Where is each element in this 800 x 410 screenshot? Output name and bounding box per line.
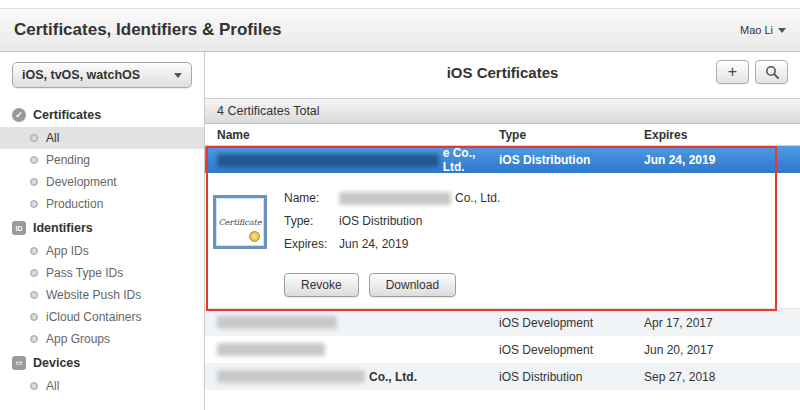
platform-selector[interactable]: iOS, tvOS, watchOS bbox=[12, 62, 192, 88]
plus-icon: + bbox=[728, 64, 737, 80]
cert-expires: Jun 24, 2019 bbox=[644, 153, 800, 167]
cert-type: iOS Distribution bbox=[499, 153, 644, 167]
bullet-icon bbox=[30, 200, 38, 208]
sidebar-item-app-ids[interactable]: App IDs bbox=[0, 240, 204, 262]
redacted-name bbox=[339, 192, 451, 205]
search-icon bbox=[765, 65, 779, 79]
main-header: iOS Certificates + bbox=[205, 52, 800, 92]
sidebar-item-app-groups[interactable]: App Groups bbox=[0, 328, 204, 350]
certificate-detail-panel: Certificate Name: Co., Ltd. Type: iOS Di… bbox=[205, 173, 800, 309]
sidebar-item-all-devices[interactable]: All bbox=[0, 375, 204, 397]
expires-label: Expires: bbox=[284, 237, 339, 251]
section-devices: ▭ Devices bbox=[0, 350, 204, 375]
add-certificate-button[interactable]: + bbox=[716, 60, 749, 84]
certificate-icon: ✓ bbox=[12, 108, 26, 122]
section-label: Identifiers bbox=[33, 221, 93, 235]
bullet-icon bbox=[30, 178, 38, 186]
section-identifiers: ID Identifiers bbox=[0, 215, 204, 240]
summary-bar: 4 Certificates Total bbox=[205, 98, 800, 124]
seal-icon bbox=[249, 231, 260, 242]
sidebar-item-label: All bbox=[46, 131, 59, 145]
bullet-icon bbox=[30, 335, 38, 343]
column-expires: Expires bbox=[644, 128, 800, 142]
page-header: Certificates, Identifiers & Profiles Mao… bbox=[0, 8, 800, 52]
redacted-name bbox=[217, 316, 337, 329]
certificate-thumbnail-icon: Certificate bbox=[213, 195, 267, 249]
user-name: Mao Li bbox=[740, 24, 773, 36]
column-name: Name bbox=[205, 128, 499, 142]
main-content: iOS Certificates + 4 Certificates Total bbox=[205, 52, 800, 410]
cropped-top-nav bbox=[0, 0, 800, 8]
bullet-icon bbox=[30, 313, 38, 321]
section-label: Certificates bbox=[33, 108, 101, 122]
cert-name: e Co., Ltd. bbox=[443, 146, 499, 174]
bullet-icon bbox=[30, 269, 38, 277]
sidebar-item-development[interactable]: Development bbox=[0, 171, 204, 193]
sidebar-item-all-certificates[interactable]: All bbox=[0, 127, 204, 149]
bullet-icon bbox=[30, 134, 38, 142]
cert-expires: Jun 20, 2017 bbox=[644, 343, 800, 357]
sidebar-item-icloud-containers[interactable]: iCloud Containers bbox=[0, 306, 204, 328]
column-type: Type bbox=[499, 128, 644, 142]
section-certificates: ✓ Certificates bbox=[0, 102, 204, 127]
devices-icon: ▭ bbox=[12, 356, 26, 370]
sidebar-item-label: App IDs bbox=[46, 244, 89, 258]
page-title: Certificates, Identifiers & Profiles bbox=[14, 20, 281, 40]
table-row[interactable]: iOS Development Apr 17, 2017 bbox=[205, 309, 800, 336]
sidebar-item-pending[interactable]: Pending bbox=[0, 149, 204, 171]
sidebar-item-label: Website Push IDs bbox=[46, 288, 141, 302]
sidebar-item-label: App Groups bbox=[46, 332, 110, 346]
sidebar-item-label: iCloud Containers bbox=[46, 310, 141, 324]
bullet-icon bbox=[30, 382, 38, 390]
section-label: Devices bbox=[33, 356, 80, 370]
bullet-icon bbox=[30, 291, 38, 299]
table-row[interactable]: Co., Ltd. iOS Distribution Sep 27, 2018 bbox=[205, 363, 800, 390]
caret-down-icon bbox=[174, 73, 182, 78]
table-row[interactable]: e Co., Ltd. iOS Distribution Jun 24, 201… bbox=[205, 146, 800, 173]
certificate-icon-text: Certificate bbox=[219, 218, 262, 227]
detail-type-value: iOS Distribution bbox=[339, 214, 422, 228]
download-button[interactable]: Download bbox=[369, 273, 456, 297]
name-label: Name: bbox=[284, 191, 339, 205]
bullet-icon bbox=[30, 247, 38, 255]
redacted-name bbox=[217, 343, 325, 356]
table-header: Name Type Expires bbox=[205, 124, 800, 146]
cert-type: iOS Distribution bbox=[499, 370, 644, 384]
sidebar-item-pass-type-ids[interactable]: Pass Type IDs bbox=[0, 262, 204, 284]
platform-selector-label: iOS, tvOS, watchOS bbox=[22, 68, 140, 82]
caret-down-icon bbox=[778, 28, 786, 33]
detail-expires-value: Jun 24, 2019 bbox=[339, 237, 408, 251]
detail-fields: Name: Co., Ltd. Type: iOS Distribution E… bbox=[284, 191, 500, 260]
id-icon: ID bbox=[12, 221, 26, 235]
bullet-icon bbox=[30, 156, 38, 164]
cert-type: iOS Development bbox=[499, 316, 644, 330]
table-row[interactable]: iOS Development Jun 20, 2017 bbox=[205, 336, 800, 363]
cert-expires: Apr 17, 2017 bbox=[644, 316, 800, 330]
certificates-page: Certificates, Identifiers & Profiles Mao… bbox=[0, 0, 800, 410]
type-label: Type: bbox=[284, 214, 339, 228]
sidebar-item-website-push-ids[interactable]: Website Push IDs bbox=[0, 284, 204, 306]
detail-name-value: Co., Ltd. bbox=[455, 191, 500, 205]
redacted-name bbox=[217, 370, 365, 383]
cert-name: Co., Ltd. bbox=[369, 370, 417, 384]
sidebar-item-label: Pass Type IDs bbox=[46, 266, 123, 280]
cert-type: iOS Development bbox=[499, 343, 644, 357]
redacted-name bbox=[217, 154, 439, 167]
revoke-button[interactable]: Revoke bbox=[284, 273, 359, 297]
sidebar-item-label: All bbox=[46, 379, 59, 393]
sidebar-item-label: Production bbox=[46, 197, 103, 211]
sidebar-item-production[interactable]: Production bbox=[0, 193, 204, 215]
main-title: iOS Certificates bbox=[447, 64, 559, 81]
sidebar: iOS, tvOS, watchOS ✓ Certificates All Pe… bbox=[0, 52, 205, 410]
cert-expires: Sep 27, 2018 bbox=[644, 370, 800, 384]
sidebar-item-label: Pending bbox=[46, 153, 90, 167]
sidebar-item-label: Development bbox=[46, 175, 117, 189]
user-menu[interactable]: Mao Li bbox=[740, 24, 786, 36]
search-button[interactable] bbox=[755, 60, 788, 84]
